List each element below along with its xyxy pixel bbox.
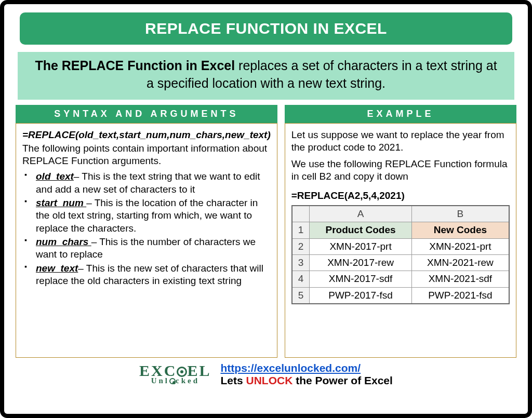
logo: EXCEL Unlcked bbox=[139, 363, 211, 385]
page-title: REPLACE FUNCTION IN EXCEL bbox=[20, 12, 512, 45]
table-row: 2 XMN-2017-prt XMN-2021-prt bbox=[292, 238, 509, 254]
footer: EXCEL Unlcked https://excelunlocked.com/… bbox=[15, 362, 517, 387]
arg-item: start_num – This is the location of the … bbox=[22, 197, 271, 235]
tag-unlock: UNLOCK bbox=[246, 374, 293, 386]
cell-b: XMN-2021-sdf bbox=[411, 271, 509, 287]
example-formula: =REPLACE(A2,5,4,2021) bbox=[291, 190, 510, 202]
footer-text: https://excelunlocked.com/ Lets UNLOCK t… bbox=[220, 362, 392, 387]
cell-a: PWP-2017-fsd bbox=[310, 287, 412, 304]
example-p2: We use the following REPLACE Function fo… bbox=[291, 158, 510, 183]
header-cell-a: Product Codes bbox=[310, 222, 412, 238]
cell-a: XMN-2017-sdf bbox=[310, 271, 412, 287]
syntax-panel: =REPLACE(old_text,start_num,num_chars,ne… bbox=[16, 123, 277, 358]
table-row: 5 PWP-2017-fsd PWP-2021-fsd bbox=[292, 287, 509, 304]
row-number: 4 bbox=[292, 271, 310, 287]
cell-b: XMN-2021-prt bbox=[411, 238, 509, 254]
syntax-formula: =REPLACE(old_text,start_num,num_chars,ne… bbox=[22, 129, 271, 141]
arg-item: old_text– This is the text string that w… bbox=[22, 170, 271, 196]
row-number: 2 bbox=[292, 238, 310, 254]
arg-item: new_text– This is the new set of charact… bbox=[22, 262, 271, 288]
lock-icon bbox=[177, 367, 187, 377]
arg-name: start_num bbox=[36, 197, 86, 208]
syntax-intro: The following points contain important i… bbox=[22, 142, 271, 168]
row-number: 5 bbox=[292, 287, 310, 304]
footer-tagline: Lets UNLOCK the Power of Excel bbox=[220, 374, 392, 386]
example-panel: Let us suppose we want to replace the ye… bbox=[285, 123, 516, 358]
intro-box: The REPLACE Function in Excel replaces a… bbox=[18, 52, 514, 100]
columns: SYNTAX AND ARGUMENTS =REPLACE(old_text,s… bbox=[16, 105, 516, 358]
table-row: 3 XMN-2017-rew XMN-2021-rew bbox=[292, 255, 509, 271]
cell-a: XMN-2017-rew bbox=[310, 255, 412, 271]
syntax-header: SYNTAX AND ARGUMENTS bbox=[16, 105, 277, 123]
row-number: 1 bbox=[292, 222, 310, 238]
cell-b: XMN-2021-rew bbox=[411, 255, 509, 271]
arg-item: num_chars – This is the number of charac… bbox=[22, 236, 271, 261]
arg-name: new_text bbox=[36, 263, 78, 274]
table-corner bbox=[292, 206, 310, 222]
lock-icon bbox=[169, 378, 176, 384]
footer-link[interactable]: https://excelunlocked.com/ bbox=[220, 362, 361, 374]
cell-a: XMN-2017-prt bbox=[310, 238, 412, 254]
intro-bold: The REPLACE Function in Excel bbox=[35, 58, 235, 73]
excel-table: A B 1 Product Codes New Codes 2 XMN-2017… bbox=[291, 205, 510, 304]
row-number: 3 bbox=[292, 255, 310, 271]
arg-name: num_chars bbox=[36, 236, 91, 247]
table-row: 4 XMN-2017-sdf XMN-2021-sdf bbox=[292, 271, 509, 287]
example-column: EXAMPLE Let us suppose we want to replac… bbox=[285, 105, 516, 358]
cell-b: PWP-2021-fsd bbox=[411, 287, 509, 304]
document-frame: REPLACE FUNCTION IN EXCEL The REPLACE Fu… bbox=[0, 0, 532, 418]
header-cell-b: New Codes bbox=[411, 222, 509, 238]
table-row: 1 Product Codes New Codes bbox=[292, 222, 509, 238]
arg-name: old_text bbox=[36, 171, 74, 182]
tag-post: the Power of Excel bbox=[292, 374, 393, 386]
example-p1: Let us suppose we want to replace the ye… bbox=[291, 129, 510, 154]
example-header: EXAMPLE bbox=[285, 105, 516, 123]
col-header-a: A bbox=[310, 206, 412, 222]
tag-pre: Lets bbox=[220, 374, 246, 386]
syntax-column: SYNTAX AND ARGUMENTS =REPLACE(old_text,s… bbox=[16, 105, 277, 358]
col-header-b: B bbox=[411, 206, 509, 222]
argument-list: old_text– This is the text string that w… bbox=[22, 170, 271, 287]
